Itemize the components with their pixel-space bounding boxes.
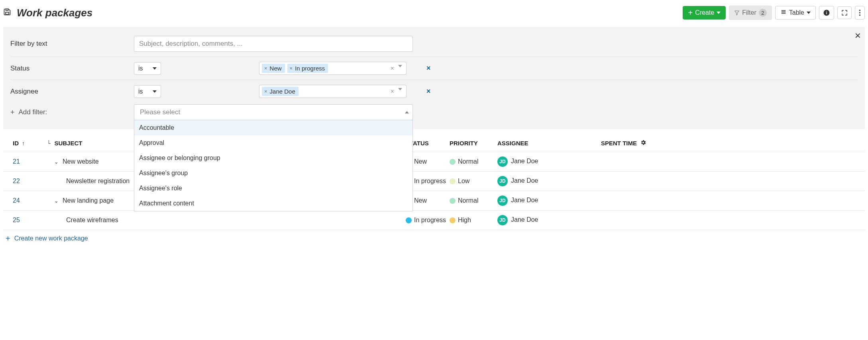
filter-operator-value: is [138, 65, 143, 72]
assignee-label: Jane Doe [511, 177, 538, 184]
table-row[interactable]: 24⌄New landing pageNewNormalJDJane Doe [3, 191, 865, 211]
tag-remove-icon[interactable]: × [264, 88, 267, 94]
priority-label: Normal [458, 158, 479, 165]
table-row[interactable]: 21⌄New websiteNewNormalJDJane Doe [3, 152, 865, 172]
svg-point-10 [859, 12, 860, 13]
chevron-down-icon[interactable] [398, 65, 402, 67]
create-button-label: Create [695, 9, 714, 16]
filter-button[interactable]: Filter 2 [729, 6, 772, 20]
chevron-up-icon [405, 111, 409, 113]
wp-id-link[interactable]: 21 [13, 158, 20, 165]
priority-label: Low [458, 178, 469, 184]
fullscreen-button[interactable] [837, 6, 852, 19]
create-work-package-label: Create new work package [14, 235, 88, 242]
filter-text-label: Filter by text [10, 40, 134, 48]
page-title: Work packages [17, 7, 92, 19]
wp-id-link[interactable]: 24 [13, 197, 20, 204]
more-menu-button[interactable] [855, 6, 865, 20]
table-row[interactable]: 22Newsletter registrationIn progressLowJ… [3, 172, 865, 191]
avatar: JD [497, 215, 508, 225]
wp-id-link[interactable]: 22 [13, 178, 20, 184]
svg-rect-1 [6, 9, 8, 10]
filter-operator-select[interactable]: is [134, 85, 161, 98]
save-icon[interactable] [3, 8, 11, 18]
priority-label: High [458, 217, 471, 223]
chevron-down-icon [153, 90, 157, 93]
table-row[interactable]: 25Create wireframesIn progressHighJDJane… [3, 211, 865, 230]
assignee-label: Jane Doe [511, 197, 538, 203]
svg-rect-0 [6, 12, 9, 14]
filter-tag[interactable]: ×In progress [287, 64, 328, 73]
tag-remove-icon[interactable]: × [264, 65, 267, 71]
add-filter-label: Add filter: [19, 108, 47, 116]
filter-value-input[interactable]: ×Jane Doe × [259, 85, 407, 98]
col-assignee[interactable]: ASSIGNEE [497, 140, 577, 147]
col-id[interactable]: ID↑ [3, 140, 47, 147]
add-filter-dropdown: Accountable Approval Assignee or belongi… [134, 120, 413, 211]
chevron-down-icon[interactable] [398, 88, 402, 90]
filter-operator-value: is [138, 88, 143, 95]
sort-asc-icon: ↑ [22, 140, 25, 147]
filter-name-label: Status [10, 64, 134, 72]
wp-subject: Create wireframes [66, 217, 118, 224]
remove-filter-button[interactable]: × [426, 64, 431, 72]
col-priority[interactable]: PRIORITY [450, 140, 497, 147]
filter-icon [734, 10, 740, 16]
add-filter-input[interactable] [134, 104, 413, 120]
view-mode-label: Table [789, 9, 804, 16]
add-filter-row: + Add filter: Accountable Approval Assig… [10, 103, 858, 125]
dropdown-option[interactable]: Attachment content [134, 196, 412, 211]
priority-label: Normal [458, 197, 479, 204]
list-icon [780, 9, 787, 16]
svg-point-11 [859, 14, 860, 16]
create-work-package-link[interactable]: + Create new work package [6, 235, 88, 242]
table-config-button[interactable] [637, 139, 649, 147]
dropdown-option[interactable]: Accountable [134, 120, 412, 135]
view-mode-button[interactable]: Table [775, 6, 816, 20]
svg-rect-7 [826, 12, 827, 14]
filter-text-row: Filter by text [10, 34, 858, 57]
filter-tag[interactable]: ×New [262, 64, 285, 73]
priority-dot [450, 178, 456, 184]
filter-text-input[interactable] [134, 36, 413, 52]
priority-dot [450, 159, 456, 165]
filter-tag[interactable]: ×Jane Doe [262, 87, 298, 96]
status-label: New [414, 197, 427, 204]
dropdown-option[interactable]: Assignee's role [134, 181, 412, 196]
clear-icon[interactable]: × [391, 65, 394, 72]
plus-icon: + [10, 109, 15, 116]
close-icon[interactable]: × [855, 30, 861, 41]
table-header: ID↑ └SUBJECT STATUS PRIORITY ASSIGNEE SP… [3, 132, 865, 152]
dropdown-option[interactable]: Assignee or belonging group [134, 150, 412, 166]
chevron-down-icon [153, 67, 157, 70]
plus-icon: + [6, 235, 10, 242]
expand-icon[interactable]: ⌄ [54, 198, 59, 204]
clear-icon[interactable]: × [391, 88, 394, 95]
avatar: JD [497, 156, 508, 167]
col-spent-time[interactable]: SPENT TIME [577, 140, 637, 147]
tag-remove-icon[interactable]: × [290, 65, 293, 71]
chevron-down-icon [807, 12, 811, 14]
wp-subject: Newsletter registration [66, 178, 130, 185]
expand-icon[interactable]: ⌄ [54, 159, 59, 165]
filter-operator-select[interactable]: is [134, 62, 161, 75]
avatar: JD [497, 195, 508, 206]
filter-value-input[interactable]: ×New ×In progress × [259, 62, 407, 75]
info-button[interactable] [819, 6, 834, 20]
wp-subject: New landing page [63, 197, 114, 204]
remove-filter-button[interactable]: × [426, 87, 431, 96]
priority-dot [450, 217, 456, 223]
filter-row-assignee: Assignee is ×Jane Doe × × [10, 80, 858, 103]
dropdown-option[interactable]: Assignee's group [134, 166, 412, 181]
add-filter-select[interactable]: Accountable Approval Assignee or belongi… [134, 104, 413, 120]
status-label: New [414, 158, 427, 165]
status-label: In progress [414, 217, 446, 223]
create-button[interactable]: + Create [683, 6, 726, 20]
svg-rect-8 [826, 11, 827, 12]
svg-marker-2 [735, 11, 739, 15]
assignee-label: Jane Doe [511, 158, 538, 164]
dropdown-option[interactable]: Approval [134, 135, 412, 150]
wp-id-link[interactable]: 25 [13, 217, 20, 223]
filter-row-status: Status is ×New ×In progress × × [10, 57, 858, 80]
assignee-label: Jane Doe [511, 216, 538, 223]
